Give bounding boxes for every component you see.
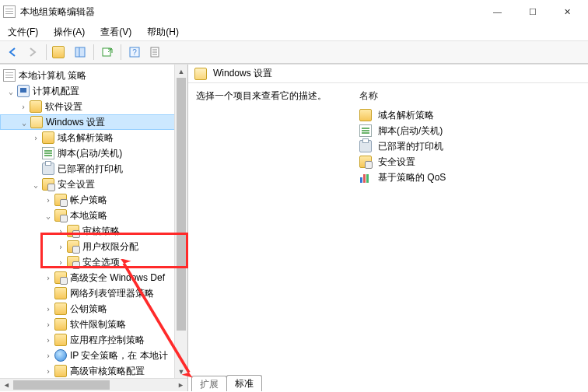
- forward-button[interactable]: [23, 43, 42, 61]
- tree-pki[interactable]: › 公钥策略: [0, 301, 187, 317]
- policy-icon: [3, 69, 16, 82]
- content-header: Windows 设置: [188, 65, 588, 83]
- menu-view[interactable]: 查看(V): [96, 24, 136, 40]
- tab-standard[interactable]: 标准: [226, 375, 262, 391]
- scroll-track[interactable]: [175, 78, 187, 365]
- list-item-security[interactable]: 安全设置: [359, 154, 580, 170]
- expand-icon[interactable]: ›: [31, 133, 40, 142]
- tree-account-policies[interactable]: › 帐户策略: [0, 192, 187, 208]
- tree-label: 计算机配置: [33, 85, 184, 98]
- tree-local-policies[interactable]: ⌄ 本地策略: [0, 208, 187, 223]
- list-item-label: 基于策略的 QoS: [378, 171, 446, 184]
- tree-audit-policy[interactable]: › 审核策略: [0, 223, 187, 239]
- toolbar-separator: [46, 44, 47, 60]
- list-item-dns[interactable]: 域名解析策略: [359, 107, 580, 123]
- list-item-label: 已部署的打印机: [378, 140, 443, 153]
- tree-root[interactable]: 本地计算机 策略: [0, 68, 187, 83]
- tree-windows-settings[interactable]: ⌄ Windows 设置: [0, 114, 187, 130]
- tree-ipsec[interactable]: › IP 安全策略，在 本地计: [0, 348, 187, 363]
- list-column: 名称 域名解析策略 脚本(启动/关机) 已部署的打印机 安全设置: [359, 89, 580, 369]
- tree-label: 脚本(启动/关机): [58, 147, 184, 160]
- expand-icon[interactable]: ›: [44, 366, 53, 376]
- export-list-button[interactable]: [98, 43, 117, 61]
- svg-text:?: ?: [132, 48, 137, 57]
- tree-label: 软件限制策略: [70, 318, 184, 331]
- tree-nlm[interactable]: 网络列表管理器策略: [0, 285, 187, 301]
- tree-dns-policy[interactable]: › 域名解析策略: [0, 130, 187, 145]
- window-title: 本地组策略编辑器: [20, 5, 480, 19]
- collapse-icon[interactable]: ⌄: [19, 117, 29, 127]
- expand-icon[interactable]: ›: [56, 226, 65, 236]
- toolbar-separator: [93, 44, 94, 60]
- list-item-printers[interactable]: 已部署的打印机: [359, 138, 580, 154]
- expand-icon[interactable]: ›: [44, 273, 53, 282]
- scroll-up-icon[interactable]: ▲: [175, 65, 187, 78]
- tree-label: Windows 设置: [46, 116, 184, 129]
- list-item-scripts[interactable]: 脚本(启动/关机): [359, 123, 580, 138]
- toolbar-separator: [121, 44, 121, 60]
- tree-user-rights[interactable]: › 用户权限分配: [0, 239, 187, 254]
- list-item-qos[interactable]: 基于策略的 QoS: [359, 170, 580, 185]
- folder-policy-icon: [54, 271, 67, 284]
- menu-help[interactable]: 帮助(H): [142, 24, 184, 40]
- tree-srp[interactable]: › 软件限制策略: [0, 317, 187, 332]
- expand-icon[interactable]: ›: [44, 195, 53, 205]
- help-button[interactable]: ?: [125, 43, 144, 61]
- collapse-icon[interactable]: ⌄: [6, 86, 16, 96]
- tree-label: 已部署的打印机: [58, 163, 184, 176]
- tree-wfas[interactable]: › 高级安全 Windows Def: [0, 270, 187, 285]
- tree-security-settings[interactable]: ⌄ 安全设置: [0, 177, 187, 192]
- folder-icon: [54, 303, 67, 315]
- close-button[interactable]: ✕: [550, 0, 585, 23]
- security-icon: [359, 156, 372, 168]
- folder-policy-icon: [67, 240, 79, 253]
- expand-icon[interactable]: ›: [56, 242, 65, 251]
- folder-icon: [54, 287, 67, 299]
- back-button[interactable]: [3, 43, 22, 61]
- minimize-button[interactable]: —: [480, 0, 515, 23]
- scroll-right-icon[interactable]: ►: [174, 379, 187, 391]
- tree-scripts[interactable]: 脚本(启动/关机): [0, 145, 187, 161]
- tree-security-options[interactable]: › 安全选项: [0, 254, 187, 270]
- scroll-thumb[interactable]: [177, 78, 186, 331]
- expand-icon[interactable]: ›: [56, 257, 65, 267]
- folder-policy-icon: [54, 209, 67, 222]
- folder-open-icon: [30, 116, 43, 128]
- content-pane: Windows 设置 选择一个项目来查看它的描述。 名称 域名解析策略 脚本(启…: [188, 65, 588, 391]
- tree-horizontal-scrollbar[interactable]: ◄ ►: [0, 378, 187, 391]
- tree-deployed-printers[interactable]: 已部署的打印机: [0, 161, 187, 177]
- collapse-icon[interactable]: ⌄: [44, 211, 53, 220]
- tree-label: 审核策略: [82, 225, 184, 238]
- folder-icon: [42, 131, 54, 144]
- expand-icon[interactable]: ›: [44, 304, 53, 313]
- menu-action[interactable]: 操作(A): [49, 24, 89, 40]
- menu-file[interactable]: 文件(F): [3, 24, 43, 40]
- column-header-name[interactable]: 名称: [359, 89, 580, 107]
- scroll-thumb[interactable]: [13, 380, 110, 390]
- expand-icon[interactable]: ›: [44, 320, 53, 329]
- scroll-track[interactable]: [13, 379, 174, 391]
- app-icon: [3, 5, 16, 18]
- title-bar: 本地组策略编辑器 — ☐ ✕: [0, 0, 588, 23]
- folder-icon: [54, 334, 67, 346]
- content-title: Windows 设置: [213, 67, 272, 80]
- expand-icon[interactable]: ›: [19, 102, 28, 111]
- tab-extended[interactable]: 扩展: [191, 376, 227, 391]
- up-button[interactable]: [51, 43, 69, 61]
- svg-rect-0: [75, 47, 85, 57]
- tree-vertical-scrollbar[interactable]: ▲ ▼: [174, 65, 187, 378]
- tree-adv-audit[interactable]: › 高级审核策略配置: [0, 363, 187, 379]
- show-hide-tree-button[interactable]: [71, 43, 89, 61]
- maximize-button[interactable]: ☐: [515, 0, 550, 23]
- content-body: 选择一个项目来查看它的描述。 名称 域名解析策略 脚本(启动/关机) 已部署的打…: [188, 83, 588, 375]
- expand-icon[interactable]: ›: [44, 351, 53, 360]
- scroll-left-icon[interactable]: ◄: [0, 379, 13, 391]
- tree-software-settings[interactable]: › 软件设置: [0, 99, 187, 114]
- tree-applocker[interactable]: › 应用程序控制策略: [0, 332, 187, 348]
- tree-computer-config[interactable]: ⌄ 计算机配置: [0, 83, 187, 99]
- properties-button[interactable]: [145, 43, 164, 61]
- expand-icon[interactable]: ›: [44, 335, 53, 345]
- collapse-icon[interactable]: ⌄: [31, 180, 40, 189]
- scroll-down-icon[interactable]: ▼: [175, 365, 187, 378]
- list-item-label: 安全设置: [378, 156, 415, 169]
